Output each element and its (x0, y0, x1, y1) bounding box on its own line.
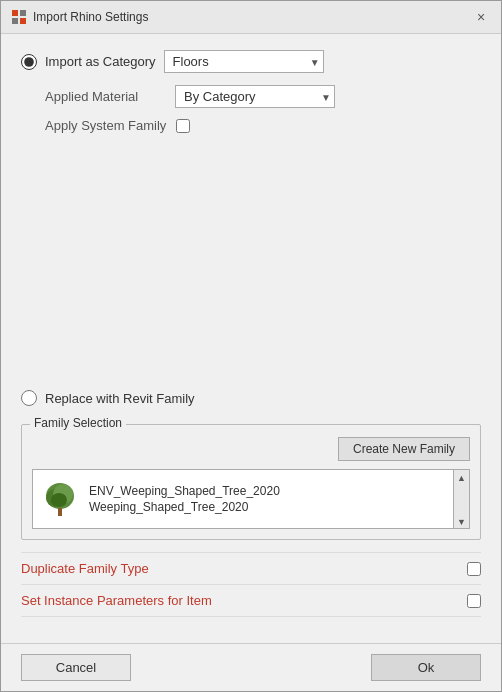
svg-rect-1 (20, 10, 26, 16)
svg-rect-0 (12, 10, 18, 16)
family-selection-legend: Family Selection (30, 416, 126, 430)
family-list-content: ENV_Weeping_Shaped_Tree_2020 Weeping_Sha… (33, 470, 453, 528)
cancel-button[interactable]: Cancel (21, 654, 131, 681)
duplicate-family-type-label: Duplicate Family Type (21, 561, 149, 576)
bottom-checkboxes: Duplicate Family Type Set Instance Param… (21, 552, 481, 617)
title-bar: Import Rhino Settings × (1, 1, 501, 34)
svg-rect-8 (58, 508, 62, 516)
family-tree-icon (41, 480, 79, 518)
svg-point-7 (51, 493, 67, 507)
apply-system-family-row: Apply System Family (45, 118, 481, 133)
apply-system-family-checkbox[interactable] (176, 119, 190, 133)
family-list-box: ENV_Weeping_Shaped_Tree_2020 Weeping_Sha… (32, 469, 470, 529)
import-as-category-label[interactable]: Import as Category (45, 54, 156, 69)
import-rhino-settings-dialog: Import Rhino Settings × Import as Catego… (0, 0, 502, 692)
app-icon (11, 9, 27, 25)
applied-material-row: Applied Material By Category Custom ▼ (45, 85, 481, 108)
set-instance-parameters-row: Set Instance Parameters for Item (21, 584, 481, 617)
set-instance-parameters-checkbox[interactable] (467, 594, 481, 608)
family-selection-group: Family Selection Create New Family (21, 424, 481, 540)
dialog-body: Import as Category Floors Walls Ceilings… (1, 34, 501, 643)
dialog-footer: Cancel Ok (1, 643, 501, 691)
duplicate-family-type-row: Duplicate Family Type (21, 552, 481, 584)
replace-with-revit-family-label[interactable]: Replace with Revit Family (45, 391, 195, 406)
dialog-title: Import Rhino Settings (33, 10, 148, 24)
ok-button[interactable]: Ok (371, 654, 481, 681)
apply-system-family-label: Apply System Family (45, 118, 166, 133)
close-button[interactable]: × (471, 7, 491, 27)
set-instance-parameters-label: Set Instance Parameters for Item (21, 593, 212, 608)
import-as-category-row: Import as Category Floors Walls Ceilings… (21, 50, 481, 73)
create-family-btn-row: Create New Family (32, 437, 470, 461)
svg-rect-3 (20, 18, 26, 24)
category-dropdown[interactable]: Floors Walls Ceilings Generic Models (164, 50, 324, 73)
replace-with-revit-family-row: Replace with Revit Family (21, 390, 481, 406)
applied-material-dropdown-container: By Category Custom ▼ (175, 85, 335, 108)
family-name-main: ENV_Weeping_Shaped_Tree_2020 (89, 484, 280, 498)
family-names: ENV_Weeping_Shaped_Tree_2020 Weeping_Sha… (89, 484, 280, 514)
family-list-scrollbar: ▲ ▼ (453, 470, 469, 528)
replace-with-revit-family-radio[interactable] (21, 390, 37, 406)
title-bar-left: Import Rhino Settings (11, 9, 148, 25)
family-selection-inner: Create New Family (32, 437, 470, 529)
create-new-family-button[interactable]: Create New Family (338, 437, 470, 461)
scrollbar-down-arrow[interactable]: ▼ (457, 516, 466, 528)
scrollbar-up-arrow[interactable]: ▲ (457, 472, 466, 484)
applied-material-dropdown[interactable]: By Category Custom (175, 85, 335, 108)
import-as-category-radio[interactable] (21, 54, 37, 70)
duplicate-family-type-checkbox[interactable] (467, 562, 481, 576)
category-dropdown-container: Floors Walls Ceilings Generic Models ▼ (164, 50, 324, 73)
svg-rect-2 (12, 18, 18, 24)
applied-material-label: Applied Material (45, 89, 165, 104)
family-name-sub: Weeping_Shaped_Tree_2020 (89, 500, 280, 514)
